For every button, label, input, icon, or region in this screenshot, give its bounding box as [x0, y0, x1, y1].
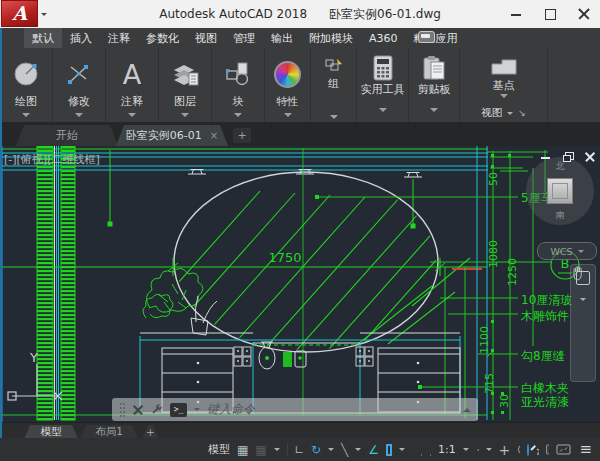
vase-decor: [259, 342, 306, 369]
panel-label: 组: [311, 77, 356, 91]
chevron-down-icon[interactable]: [500, 94, 508, 102]
drawing-canvas[interactable]: 1750: [0, 146, 600, 422]
chevron-down-icon[interactable]: [75, 113, 83, 121]
panel-properties[interactable]: 特性: [265, 48, 311, 122]
history-up-icon[interactable]: [463, 404, 471, 412]
navigation-bar[interactable]: [570, 264, 596, 382]
ortho-icon[interactable]: ∟: [294, 444, 304, 456]
drawing-restore-button[interactable]: [563, 152, 573, 162]
panel-clipboard[interactable]: 剪贴板: [409, 48, 460, 122]
chevron-down-icon[interactable]: [234, 113, 242, 121]
ribbon-display-toggle[interactable]: [418, 31, 445, 43]
view-panel-title[interactable]: 视图 ↘: [460, 106, 547, 120]
clean-screen-icon[interactable]: [556, 444, 571, 455]
chevron-down-icon: [507, 112, 513, 118]
new-layout-button[interactable]: +: [142, 425, 159, 439]
ribbon-tab-addins[interactable]: 附加模块: [301, 28, 361, 48]
new-drawing-tab-button[interactable]: +: [233, 128, 251, 143]
dim-text-715: 715: [483, 373, 496, 394]
file-tab-bar: 开始 卧室实例06-01 × +: [0, 122, 600, 146]
close-icon[interactable]: [133, 405, 143, 415]
dim-text-1250: 1250: [506, 258, 519, 286]
chevron-down-icon[interactable]: [284, 113, 292, 121]
maximize-button[interactable]: [544, 8, 556, 20]
panel-modify[interactable]: 修改: [53, 48, 106, 122]
file-tab-start[interactable]: 开始: [16, 125, 118, 146]
isometric-drafting-icon[interactable]: ╲: [341, 444, 348, 456]
annotation-monitor-plus-icon[interactable]: +: [499, 443, 511, 457]
ribbon-tab-output[interactable]: 输出: [263, 28, 301, 48]
polar-tracking-icon[interactable]: ↻: [311, 444, 321, 456]
chevron-down-icon[interactable]: [181, 113, 189, 121]
panel-groups[interactable]: 组: [311, 48, 357, 122]
ribbon-tab-view[interactable]: 视图: [187, 28, 225, 48]
chevron-down-icon[interactable]: [194, 408, 200, 414]
snap-grid-icon[interactable]: ▦: [237, 444, 248, 456]
chevron-down-icon[interactable]: [486, 448, 492, 454]
chevron-down-icon[interactable]: [580, 298, 586, 304]
command-input[interactable]: 键入命令: [207, 401, 255, 418]
drag-handle[interactable]: [119, 402, 126, 418]
command-line-bar[interactable]: >_ 键入命令: [112, 398, 478, 421]
panel-layers[interactable]: 图层: [159, 48, 212, 122]
annotation-autoscale-icon[interactable]: [420, 444, 422, 456]
customization-menu-icon[interactable]: ≡: [579, 442, 592, 457]
ribbon-tab-a360[interactable]: A360: [361, 28, 406, 48]
ribbon-tab-home[interactable]: 默认: [24, 28, 62, 48]
panel-draw[interactable]: 绘图: [0, 48, 53, 122]
viewcube[interactable]: 北 南: [526, 157, 594, 225]
model-space-button[interactable]: 模型: [208, 442, 230, 457]
close-icon[interactable]: ×: [210, 130, 218, 141]
command-prompt-icon[interactable]: >_: [170, 403, 187, 417]
viewport-controls-label[interactable]: [-][俯视][二维线框]: [4, 152, 100, 167]
chevron-down-icon[interactable]: [128, 113, 136, 121]
ribbon-tab-manage[interactable]: 管理: [225, 28, 263, 48]
chevron-down-icon[interactable]: [328, 448, 334, 454]
customize-wrench-icon[interactable]: [150, 403, 163, 416]
file-tab-drawing[interactable]: 卧室实例06-01 ×: [116, 125, 228, 146]
dialog-launcher-icon[interactable]: ↘: [518, 108, 526, 118]
graphics-warning-icon[interactable]: [546, 444, 549, 456]
pan-hand-icon[interactable]: [571, 265, 585, 281]
window-edge: [0, 28, 2, 438]
panel-view[interactable]: 基点 视图 ↘: [460, 48, 548, 122]
performance-icon[interactable]: [536, 444, 539, 456]
drawing-close-button[interactable]: [585, 152, 595, 162]
close-button[interactable]: [578, 8, 590, 20]
ribbon-tab-annotate[interactable]: 注释: [100, 28, 138, 48]
tab-model[interactable]: 模型: [24, 425, 78, 439]
panel-block[interactable]: 块: [212, 48, 265, 122]
annotation-scale-icon[interactable]: [429, 444, 431, 456]
modify-lines-icon: [53, 48, 105, 95]
minimize-button[interactable]: [510, 8, 522, 20]
object-snap-tracking-icon[interactable]: ∠: [368, 444, 379, 456]
chevron-down-icon[interactable]: [399, 448, 405, 454]
viewcube-south-label[interactable]: 南: [526, 209, 594, 222]
isolate-objects-icon[interactable]: [517, 443, 520, 456]
chevron-down-icon[interactable]: [22, 113, 30, 121]
chevron-down-icon[interactable]: [430, 108, 438, 116]
object-snap-icon[interactable]: [386, 444, 392, 456]
annotation-visibility-icon[interactable]: [412, 444, 414, 456]
wcs-dropdown[interactable]: WCS: [537, 242, 597, 260]
ribbon-tab-insert[interactable]: 插入: [62, 28, 100, 48]
chevron-down-icon[interactable]: [463, 448, 469, 454]
tab-layout1[interactable]: 布局1: [80, 425, 138, 439]
ribbon-tab-parametric[interactable]: 参数化: [138, 28, 187, 48]
panel-utilities[interactable]: 实用工具: [357, 48, 409, 122]
workspace-gear-icon[interactable]: [476, 443, 479, 457]
clipboard-icon: [409, 48, 459, 83]
hardware-acceleration-icon[interactable]: [527, 444, 529, 456]
panel-label: 块: [212, 95, 264, 109]
annotation-scale-value[interactable]: 1:1: [438, 443, 456, 456]
drawing-minimize-button[interactable]: [541, 152, 551, 162]
panel-annotate[interactable]: A 注释: [106, 48, 159, 122]
plant: [143, 268, 217, 335]
dim-text-50: 50: [487, 172, 500, 186]
grid-display-icon[interactable]: ▦: [255, 444, 266, 456]
chevron-down-icon[interactable]: [355, 448, 361, 454]
viewcube-face[interactable]: [547, 178, 573, 204]
chevron-down-icon[interactable]: [274, 448, 280, 454]
chevron-down-icon[interactable]: [379, 108, 387, 116]
ribbon-state-icon: [418, 31, 435, 43]
